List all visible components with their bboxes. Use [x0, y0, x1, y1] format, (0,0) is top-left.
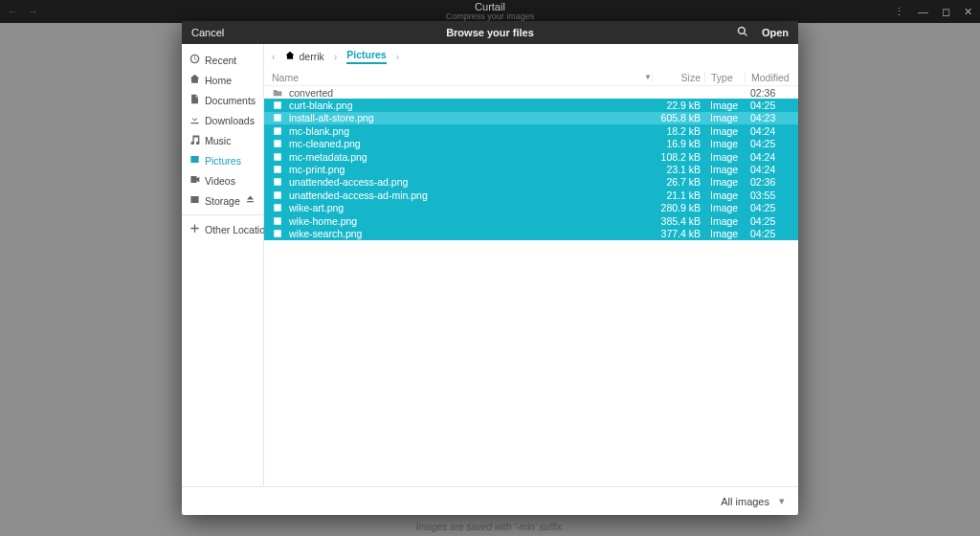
file-row[interactable]: unattended-access-ad.png26.7 kBImage02:3… [264, 176, 798, 189]
download-icon [189, 114, 200, 126]
file-size: 377.4 kB [652, 228, 704, 239]
file-row[interactable]: mc-blank.png18.2 kBImage04:24 [264, 124, 798, 137]
file-row[interactable]: wike-search.png377.4 kBImage04:25 [264, 227, 798, 239]
file-type: Image [704, 151, 745, 163]
file-row[interactable]: wike-home.png385.4 kBImage04:25 [264, 214, 798, 227]
file-name: mc-blank.png [289, 125, 652, 137]
path-segment[interactable]: derrik [285, 51, 324, 62]
menu-icon[interactable]: ⋮ [894, 6, 904, 18]
file-row[interactable]: install-alt-store.png605.8 kBImage04:23 [264, 112, 798, 124]
sidebar-item-home[interactable]: Home [182, 70, 263, 90]
file-list[interactable]: converted02:36curt-blank.png22.9 kBImage… [264, 86, 798, 486]
open-button[interactable]: Open [762, 27, 789, 38]
documents-icon [189, 94, 200, 106]
file-name: unattended-access-ad-min.png [289, 190, 652, 201]
path-back-icon[interactable]: ‹ [272, 51, 276, 62]
minimize-icon[interactable]: — [918, 6, 928, 17]
file-size: 23.1 kB [652, 164, 704, 175]
file-type: Image [704, 190, 745, 201]
sidebar-item-label: Recent [205, 55, 236, 66]
file-modified: 04:24 [745, 125, 791, 137]
sidebar-item-label: Documents [205, 95, 256, 106]
image-file-icon [272, 113, 283, 123]
forward-icon[interactable]: → [28, 6, 38, 17]
file-size: 108.2 kB [652, 151, 704, 163]
path-segment[interactable]: Pictures [346, 49, 386, 64]
file-type: Image [704, 138, 745, 149]
sidebar-item-documents[interactable]: Documents [182, 90, 263, 110]
path-segment-label: Pictures [346, 49, 386, 60]
disk-icon [189, 194, 200, 207]
file-type: Image [704, 164, 745, 175]
column-headers[interactable]: Name ▼ Size Type Modified [264, 69, 798, 86]
file-modified: 04:25 [745, 100, 791, 111]
file-name: wike-search.png [289, 228, 652, 239]
file-name: mc-metadata.png [289, 151, 652, 163]
file-name: mc-print.png [289, 164, 652, 175]
file-modified: 04:25 [745, 215, 791, 227]
file-name: unattended-access-ad.png [289, 176, 652, 188]
file-row[interactable]: wike-art.png280.9 kBImage04:25 [264, 202, 798, 214]
file-name: mc-cleaned.png [289, 138, 652, 149]
chevron-down-icon[interactable]: ▾ [779, 495, 785, 507]
file-modified: 02:36 [745, 176, 791, 188]
file-row[interactable]: curt-blank.png22.9 kBImage04:25 [264, 99, 798, 111]
file-row[interactable]: mc-print.png23.1 kBImage04:24 [264, 163, 798, 175]
file-name: wike-art.png [289, 202, 652, 213]
col-size[interactable]: Size [652, 72, 704, 83]
file-row[interactable]: mc-metadata.png108.2 kBImage04:24 [264, 150, 798, 163]
sidebar-item-other-locations[interactable]: Other Locations [182, 219, 263, 239]
file-modified: 02:36 [745, 87, 791, 99]
sidebar-item-storage[interactable]: Storage [182, 190, 263, 211]
back-icon[interactable]: ← [8, 6, 18, 17]
search-icon[interactable] [737, 26, 748, 39]
image-file-icon [272, 100, 283, 110]
close-icon[interactable]: ✕ [964, 6, 972, 18]
sort-indicator-icon: ▼ [644, 73, 652, 81]
file-size: 22.9 kB [652, 100, 704, 111]
video-icon [189, 174, 200, 187]
file-size: 21.1 kB [652, 190, 704, 201]
file-row[interactable]: mc-cleaned.png16.9 kBImage04:25 [264, 138, 798, 150]
image-file-icon [272, 216, 283, 226]
file-type: Image [704, 125, 745, 137]
file-row[interactable]: unattended-access-ad-min.png21.1 kBImage… [264, 189, 798, 201]
file-name: install-alt-store.png [289, 112, 652, 123]
sidebar-item-recent[interactable]: Recent [182, 50, 263, 70]
sidebar-item-videos[interactable]: Videos [182, 170, 263, 190]
sidebar-item-pictures[interactable]: Pictures [182, 150, 263, 170]
file-modified: 04:24 [745, 151, 791, 163]
file-filter-dropdown[interactable]: All images [721, 496, 769, 507]
sidebar-item-label: Home [205, 75, 232, 86]
sidebar-item-label: Music [205, 135, 231, 146]
col-name[interactable]: Name [272, 72, 641, 83]
path-forward-icon[interactable]: › [396, 51, 400, 62]
col-type[interactable]: Type [704, 72, 745, 83]
music-icon [189, 134, 200, 146]
image-file-icon [272, 229, 283, 238]
file-size: 26.7 kB [652, 176, 704, 188]
path-bar: ‹ derrik›Pictures › [264, 44, 798, 69]
file-type: Image [704, 176, 745, 188]
file-type: Image [704, 215, 745, 227]
col-modified[interactable]: Modified [745, 72, 791, 83]
sidebar-item-downloads[interactable]: Downloads [182, 110, 263, 130]
sidebar-item-music[interactable]: Music [182, 130, 263, 150]
file-modified: 04:24 [745, 164, 791, 175]
file-name: wike-home.png [289, 215, 652, 227]
image-file-icon [272, 177, 283, 187]
file-type: Image [704, 228, 745, 239]
folder-row[interactable]: converted02:36 [264, 86, 798, 99]
dialog-footer: All images ▾ [182, 486, 798, 515]
hint-text: Images are saved with '-min' suffix. [0, 522, 980, 532]
file-size: 16.9 kB [652, 138, 704, 149]
file-modified: 04:25 [745, 228, 791, 239]
maximize-icon[interactable]: ◻ [942, 6, 950, 18]
eject-icon[interactable] [245, 194, 256, 207]
file-modified: 03:55 [745, 190, 791, 201]
titlebar: ← → Curtail Compress your images ⋮ — ◻ ✕ [0, 0, 980, 23]
dialog-header: Cancel Browse your files Open [182, 21, 798, 44]
sidebar-item-label: Storage [205, 195, 240, 207]
cancel-button[interactable]: Cancel [191, 27, 224, 38]
image-file-icon [272, 165, 283, 174]
